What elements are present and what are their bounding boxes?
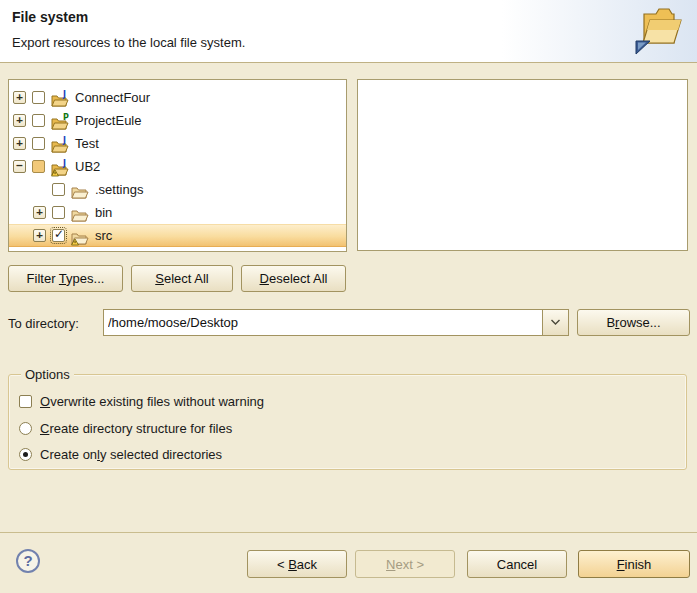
help-button[interactable]: ? xyxy=(16,549,40,573)
options-group: Options Overwrite existing files without… xyxy=(8,374,687,470)
directory-combo[interactable] xyxy=(103,309,569,336)
question-mark-icon: ? xyxy=(23,552,32,569)
expand-toggle-icon[interactable] xyxy=(33,206,46,219)
expand-toggle-icon[interactable] xyxy=(13,137,26,150)
tree-item-label: bin xyxy=(95,205,112,220)
tree-row[interactable]: J Test xyxy=(9,132,346,155)
create-structure-radio[interactable] xyxy=(19,422,32,435)
footer-separator xyxy=(0,532,697,533)
tree-row[interactable]: J UB2 xyxy=(9,155,346,178)
checkbox[interactable] xyxy=(52,183,65,196)
export-to-filesystem-folder-icon xyxy=(629,3,687,59)
folder-icon xyxy=(71,182,90,200)
create-structure-label: Create directory structure for files xyxy=(40,421,232,436)
filter-types-button[interactable]: Filter Types... xyxy=(8,265,123,292)
java-project-folder-warning-icon: J xyxy=(51,159,70,177)
directory-input[interactable] xyxy=(104,310,542,335)
svg-text:J: J xyxy=(62,159,66,168)
checkbox[interactable] xyxy=(52,229,65,242)
select-all-button[interactable]: Select All xyxy=(131,265,233,292)
tree-row[interactable]: bin xyxy=(9,201,346,224)
deselect-all-button[interactable]: Deselect All xyxy=(241,265,346,292)
expand-toggle-icon[interactable] xyxy=(13,160,26,173)
options-group-label: Options xyxy=(21,367,74,382)
checkbox[interactable] xyxy=(32,137,45,150)
tree-row[interactable]: .settings xyxy=(9,178,346,201)
project-folder-icon: P xyxy=(51,113,70,131)
tree-row[interactable]: P ProjectEule xyxy=(9,109,346,132)
folder-icon xyxy=(71,205,90,223)
tree-item-label: src xyxy=(95,228,112,243)
tree-item-label: Test xyxy=(75,136,99,151)
browse-button[interactable]: Browse... xyxy=(577,309,690,336)
expand-toggle-icon[interactable] xyxy=(13,91,26,104)
svg-text:J: J xyxy=(62,90,66,99)
create-selected-radio[interactable] xyxy=(19,448,32,461)
checkbox[interactable] xyxy=(32,160,45,173)
tree-item-label: UB2 xyxy=(75,159,100,174)
overwrite-checkbox[interactable] xyxy=(19,395,32,408)
overwrite-option[interactable]: Overwrite existing files without warning xyxy=(19,393,264,409)
tree-row[interactable]: J ConnectFour xyxy=(9,86,346,109)
checkbox[interactable] xyxy=(52,206,65,219)
checkbox[interactable] xyxy=(32,114,45,127)
create-structure-option[interactable]: Create directory structure for files xyxy=(19,420,232,436)
page-title: File system xyxy=(12,9,88,25)
java-project-folder-icon: J xyxy=(51,136,70,154)
overwrite-label: Overwrite existing files without warning xyxy=(40,394,264,409)
exported-files-list[interactable] xyxy=(357,79,688,251)
finish-button[interactable]: Finish xyxy=(578,550,690,578)
java-project-folder-icon: J xyxy=(51,90,70,108)
resource-tree[interactable]: J ConnectFour P ProjectEule J Test xyxy=(8,79,347,252)
next-button: Next > xyxy=(355,550,455,578)
expand-toggle-icon[interactable] xyxy=(13,114,26,127)
create-selected-label: Create only selected directories xyxy=(40,447,222,462)
folder-warning-icon xyxy=(71,228,90,246)
tree-row[interactable]: src xyxy=(9,224,346,247)
to-directory-label: To directory: xyxy=(8,316,79,331)
tree-item-label: ProjectEule xyxy=(75,113,141,128)
chevron-down-icon xyxy=(550,319,561,326)
svg-text:P: P xyxy=(63,113,69,122)
combo-dropdown-button[interactable] xyxy=(542,310,568,335)
wizard-banner: File system Export resources to the loca… xyxy=(0,0,697,63)
tree-item-label: ConnectFour xyxy=(75,90,150,105)
page-description: Export resources to the local file syste… xyxy=(12,35,245,50)
tree-item-label: .settings xyxy=(95,182,143,197)
checkbox[interactable] xyxy=(32,91,45,104)
expand-toggle-icon[interactable] xyxy=(33,229,46,242)
cancel-button[interactable]: Cancel xyxy=(467,550,567,578)
back-button[interactable]: < Back xyxy=(247,550,347,578)
svg-text:J: J xyxy=(62,136,66,145)
create-selected-option[interactable]: Create only selected directories xyxy=(19,446,222,462)
